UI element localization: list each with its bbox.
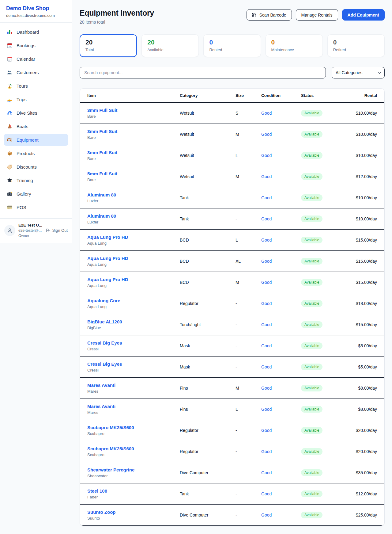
item-size: -	[236, 195, 261, 200]
item-brand: Luxfer	[87, 199, 180, 203]
sidebar-item-label: Equipment	[17, 137, 39, 143]
item-name-link[interactable]: Aqualung Core	[87, 298, 180, 303]
item-category: Mask	[180, 343, 236, 348]
item-category: BCD	[180, 259, 236, 264]
stat-value: 0	[333, 39, 379, 46]
item-condition-link[interactable]: Good	[261, 322, 301, 327]
stat-card-total[interactable]: 20 Total	[80, 34, 137, 57]
item-brand: Shearwater	[87, 474, 180, 478]
item-name-link[interactable]: Steel 100	[87, 488, 180, 494]
add-equipment-button[interactable]: Add Equipment	[342, 9, 385, 21]
discounts-icon	[7, 164, 13, 170]
item-category: Fins	[180, 407, 236, 412]
item-condition-link[interactable]: Good	[261, 470, 301, 475]
item-condition-link[interactable]: Good	[261, 364, 301, 369]
page-header: Equipment Inventory 20 items total Scan …	[80, 9, 385, 25]
sidebar-item-bookings[interactable]: 17 Bookings	[4, 39, 68, 51]
brand-block[interactable]: Demo Dive Shop demo.test.divestreams.com	[0, 0, 72, 23]
item-condition-link[interactable]: Good	[261, 174, 301, 179]
item-name-link[interactable]: Cressi Big Eyes	[87, 361, 180, 367]
sidebar-item-gallery[interactable]: Gallery	[4, 188, 68, 200]
item-category: Tank	[180, 216, 236, 221]
item-condition-link[interactable]: Good	[261, 449, 301, 454]
item-name-link[interactable]: Aqua Lung Pro HD	[87, 277, 180, 282]
item-condition-link[interactable]: Good	[261, 280, 301, 285]
status-badge: Available	[301, 469, 322, 476]
sidebar-item-dashboard[interactable]: Dashboard	[4, 26, 68, 38]
item-condition-link[interactable]: Good	[261, 513, 301, 517]
sidebar-item-equipment[interactable]: Equipment	[4, 134, 68, 146]
signout-label: Sign Out	[52, 228, 68, 233]
item-condition-link[interactable]: Good	[261, 407, 301, 412]
search-input[interactable]	[80, 67, 326, 78]
item-condition-link[interactable]: Good	[261, 132, 301, 137]
item-name-link[interactable]: Aluminum 80	[87, 192, 180, 197]
dashboard-icon	[7, 29, 13, 35]
sidebar-item-tours[interactable]: Tours	[4, 80, 68, 92]
col-status: Status	[301, 89, 354, 102]
boats-icon	[7, 124, 13, 129]
item-name-link[interactable]: Scubapro MK25/S600	[87, 425, 180, 430]
sidebar: Demo Dive Shop demo.test.divestreams.com…	[0, 0, 72, 243]
item-brand: Faber	[87, 495, 180, 499]
status-badge: Available	[301, 173, 322, 180]
col-condition: Condition	[261, 89, 301, 102]
item-condition-link[interactable]: Good	[261, 491, 301, 496]
avatar	[4, 225, 15, 236]
item-name-link[interactable]: Aluminum 80	[87, 213, 180, 219]
item-name-link[interactable]: BigBlue AL1200	[87, 319, 180, 324]
sidebar-item-calendar[interactable]: Calendar	[4, 53, 68, 65]
item-name-link[interactable]: Mares Avanti	[87, 404, 180, 409]
sidebar-card: Demo Dive Shop demo.test.divestreams.com…	[0, 0, 72, 243]
item-name-link[interactable]: Scubapro MK25/S600	[87, 446, 180, 451]
stat-card-available[interactable]: 20 Available	[141, 34, 199, 57]
item-name-link[interactable]: 3mm Full Suit	[87, 129, 180, 134]
sidebar-item-discounts[interactable]: Discounts	[4, 161, 68, 173]
sidebar-item-training[interactable]: Training	[4, 174, 68, 186]
item-condition-link[interactable]: Good	[261, 428, 301, 433]
manage-rentals-button[interactable]: Manage Rentals	[296, 9, 338, 21]
item-name-link[interactable]: Suunto Zoop	[87, 509, 180, 515]
item-condition-link[interactable]: Good	[261, 386, 301, 391]
table-row-3mm-full-suit: 3mm Full Suit Bare Wetsuit M Good Availa…	[80, 124, 384, 145]
table-row-3mm-full-suit: 3mm Full Suit Bare Wetsuit L Good Availa…	[80, 145, 384, 166]
signout-button[interactable]: Sign Out	[46, 228, 68, 233]
sidebar-item-customers[interactable]: Customers	[4, 66, 68, 78]
category-select[interactable]: All Categories	[332, 67, 385, 78]
item-name-link[interactable]: Aqua Lung Pro HD	[87, 256, 180, 261]
item-name-link[interactable]: Cressi Big Eyes	[87, 340, 180, 345]
scan-barcode-button[interactable]: Scan Barcode	[247, 9, 292, 21]
item-condition-link[interactable]: Good	[261, 238, 301, 242]
sidebar-item-pos[interactable]: POS	[4, 201, 68, 213]
item-name-link[interactable]: 3mm Full Suit	[87, 108, 180, 113]
sidebar-item-boats[interactable]: Boats	[4, 120, 68, 132]
item-condition-link[interactable]: Good	[261, 259, 301, 264]
item-name-link[interactable]: 3mm Full Suit	[87, 150, 180, 155]
app-root: Demo Dive Shop demo.test.divestreams.com…	[0, 0, 392, 534]
table-row-3mm-full-suit: 3mm Full Suit Bare Wetsuit S Good Availa…	[80, 103, 384, 124]
sidebar-item-dive-sites[interactable]: Dive Sites	[4, 107, 68, 119]
sidebar-item-label: Tours	[17, 83, 28, 89]
item-name-link[interactable]: 5mm Full Suit	[87, 171, 180, 176]
item-condition-link[interactable]: Good	[261, 343, 301, 348]
stat-card-retired[interactable]: 0 Retired	[327, 34, 385, 57]
sidebar-item-trips[interactable]: Trips	[4, 93, 68, 105]
item-size: L	[236, 238, 261, 242]
sidebar-item-label: Dive Sites	[17, 110, 37, 116]
stat-card-rented[interactable]: 0 Rented	[203, 34, 261, 57]
item-condition-link[interactable]: Good	[261, 301, 301, 306]
brand-name[interactable]: Demo Dive Shop	[6, 5, 66, 12]
item-condition-link[interactable]: Good	[261, 111, 301, 116]
sidebar-item-products[interactable]: Products	[4, 147, 68, 159]
item-condition-link[interactable]: Good	[261, 216, 301, 221]
item-name-link[interactable]: Aqua Lung Pro HD	[87, 235, 180, 240]
item-condition-link[interactable]: Good	[261, 195, 301, 200]
item-name-link[interactable]: Mares Avanti	[87, 383, 180, 388]
stat-card-maintenance[interactable]: 0 Maintenance	[266, 34, 323, 57]
item-size: M	[236, 174, 261, 179]
user-meta: E2E Test U... e2e-tester@... Owner	[18, 223, 43, 238]
item-condition-link[interactable]: Good	[261, 153, 301, 158]
item-brand: Bare	[87, 114, 180, 119]
item-name-link[interactable]: Shearwater Peregrine	[87, 467, 180, 472]
header-actions: Scan Barcode Manage Rentals Add Equipmen…	[247, 9, 385, 21]
